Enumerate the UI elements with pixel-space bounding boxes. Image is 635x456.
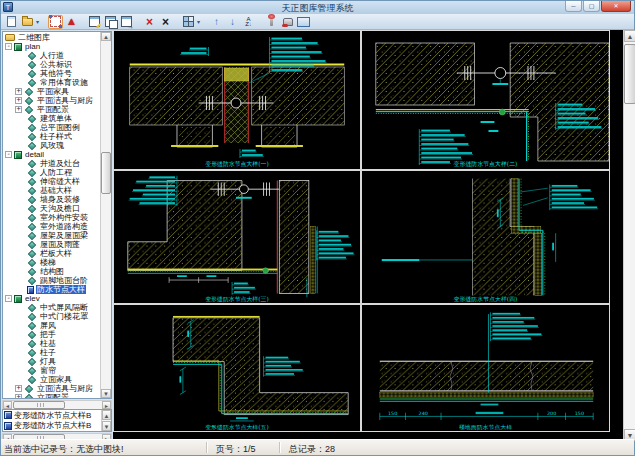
view-panel-button[interactable]	[296, 15, 311, 29]
maximize-button[interactable]: ▢	[583, 1, 600, 12]
record-list-item[interactable]: 变形缝防水节点大样B	[3, 421, 101, 432]
preview-cell-5[interactable]: 变形缝防水节点大样(五)	[113, 304, 361, 432]
tree-hscroll-thumb[interactable]	[13, 401, 65, 409]
tree-item-label: 结构图	[39, 267, 65, 276]
category-book-icon	[14, 295, 22, 303]
main-scroll-thumb[interactable]	[624, 44, 635, 104]
tree-item[interactable]: 基础大样	[3, 186, 100, 195]
collapse-icon[interactable]: -	[5, 43, 12, 50]
tree-item[interactable]: -elev	[3, 294, 100, 303]
tree-item[interactable]: 井道及灶台	[3, 159, 100, 168]
collapse-icon[interactable]: -	[5, 295, 12, 302]
preview-cell-1[interactable]: 变形缝防水节点大样(一)	[113, 30, 361, 170]
tree-item[interactable]: 公共标识	[3, 60, 100, 69]
tree-scroll-thumb[interactable]	[101, 152, 111, 194]
tree-item[interactable]: 屋架及屋面梁	[3, 231, 100, 240]
collapse-icon[interactable]: -	[5, 151, 12, 158]
scroll-right-icon[interactable]: ►	[102, 401, 111, 409]
preview-cell-6[interactable]: 150 240 200 150 楼地面防水节点大样	[361, 304, 610, 432]
tree-item[interactable]: 柱子样式	[3, 132, 100, 141]
expand-icon[interactable]: +	[15, 88, 22, 95]
tree-vertical-scrollbar[interactable]: ▲ ▼	[100, 32, 111, 398]
tree-item-label: 风玫瑰	[39, 141, 65, 150]
pin-icon	[270, 17, 273, 26]
sort-button[interactable]: AZ↓	[241, 15, 256, 29]
tree-item[interactable]: 二维图库	[3, 33, 100, 42]
minimize-button[interactable]: ─	[565, 1, 582, 12]
tree-item[interactable]: -detail	[3, 150, 100, 159]
page-down-button[interactable]: ↓	[225, 15, 240, 29]
select-mode-button[interactable]	[48, 15, 63, 29]
record-label: 变形缝防水节点大样B	[14, 421, 91, 432]
app-window: T 天正图库管理系统 ─ ▢ ✕ ▾▲××▾↑↓AZ↓ 二维图库-plan人行道…	[0, 0, 635, 456]
preview-cell-3[interactable]: 变形缝防水节点大样(三)	[113, 170, 361, 304]
main-vertical-scrollbar[interactable]: ▲ ▼	[623, 30, 635, 441]
tree-item[interactable]: +立面洁具与厨房	[3, 384, 100, 393]
tree-item[interactable]: 伸缩缝大样	[3, 177, 100, 186]
tree-item[interactable]: 把手	[3, 330, 100, 339]
tree-item[interactable]: 人行道	[3, 51, 100, 60]
delete-record-button[interactable]: ×	[142, 15, 157, 29]
tree-item[interactable]: 柱子	[3, 348, 100, 357]
preview-cell-2[interactable]: 变形缝防水节点大样(二)	[361, 30, 610, 170]
listbox-vertical-scrollbar[interactable]: ▲ ▼	[101, 410, 111, 431]
tree-item[interactable]: 屏风	[3, 321, 100, 330]
tree-item[interactable]: +平面家具	[3, 87, 100, 96]
scroll-up-icon[interactable]: ▲	[102, 410, 111, 420]
delete-category-button[interactable]: ×	[158, 15, 173, 29]
tree-item[interactable]: 总平面图例	[3, 123, 100, 132]
tree-item[interactable]: +立面配景	[3, 393, 100, 398]
expand-icon[interactable]: +	[15, 97, 22, 104]
tree-item[interactable]: +平面洁具与厨房	[3, 96, 100, 105]
tree-item[interactable]: 其他符号	[3, 69, 100, 78]
tree-item[interactable]: 墙身及装修	[3, 195, 100, 204]
tree-item[interactable]: 常用体育设施	[3, 78, 100, 87]
expand-icon[interactable]: +	[15, 106, 22, 113]
tree-item[interactable]: -plan	[3, 42, 100, 51]
tree-item[interactable]: 柱基	[3, 339, 100, 348]
new-library-button[interactable]	[4, 15, 19, 29]
tree-item[interactable]: 屋面及雨蓬	[3, 240, 100, 249]
tree-item[interactable]: 中式屏风隔断	[3, 303, 100, 312]
tree-item-selected[interactable]: 防水节点大样	[3, 285, 100, 294]
tree-item[interactable]: 踢脚地面台阶	[3, 276, 100, 285]
multi-view-button[interactable]: ▲	[64, 15, 79, 29]
scroll-up-icon[interactable]: ▲	[101, 32, 111, 41]
tree-item[interactable]: 栏板大样	[3, 249, 100, 258]
tree-item[interactable]: 建筑单体	[3, 114, 100, 123]
scroll-left-icon[interactable]: ◄	[3, 401, 12, 409]
tree-item[interactable]: 灯具	[3, 357, 100, 366]
tree-item[interactable]: 窗帘	[3, 366, 100, 375]
open-library-button[interactable]	[20, 15, 35, 29]
pin-button[interactable]	[264, 15, 279, 29]
tree-item[interactable]: 立面家具	[3, 375, 100, 384]
scroll-down-icon[interactable]: ▼	[101, 389, 111, 398]
scroll-down-icon[interactable]: ▼	[102, 421, 111, 431]
page-up-button[interactable]: ↑	[209, 15, 224, 29]
expand-icon[interactable]: +	[15, 394, 22, 398]
rename-block-button[interactable]	[87, 15, 102, 29]
tree-item[interactable]: 楼梯	[3, 258, 100, 267]
scroll-up-icon[interactable]: ▲	[624, 30, 635, 42]
layout-grid-button[interactable]	[181, 15, 196, 29]
tree-item[interactable]: 结构图	[3, 267, 100, 276]
category-diamond-icon	[25, 87, 33, 95]
move-block-button[interactable]	[119, 15, 134, 29]
tree-item-label: 立面家具	[39, 375, 73, 384]
copy-block-button[interactable]	[103, 15, 118, 29]
tree-item[interactable]: +平面配景	[3, 105, 100, 114]
layout-grid-button-dropdown[interactable]: ▾	[197, 18, 200, 25]
tree-item[interactable]: 室外道路构造	[3, 222, 100, 231]
open-library-button-dropdown[interactable]: ▾	[36, 18, 39, 25]
stamp-button[interactable]	[280, 15, 295, 29]
close-button[interactable]: ✕	[601, 1, 631, 12]
tree-item[interactable]: 室外构件安装	[3, 213, 100, 222]
tree-item[interactable]: 风玫瑰	[3, 141, 100, 150]
record-list-item[interactable]: 变形缝防水节点大样B	[3, 410, 101, 421]
preview-cell-4[interactable]: 变形缝防水节点大样(四)	[361, 170, 610, 304]
tree-item[interactable]: 人防工程	[3, 168, 100, 177]
tree-item[interactable]: 中式门楼花罩	[3, 312, 100, 321]
tree-item[interactable]: 天沟及檐口	[3, 204, 100, 213]
grid-layout-icon	[183, 16, 194, 27]
expand-icon[interactable]: +	[15, 385, 22, 392]
